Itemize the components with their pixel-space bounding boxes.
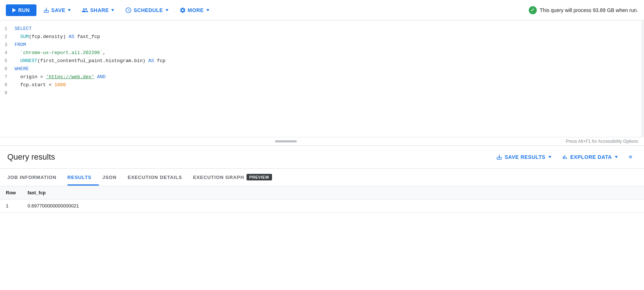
explore-data-label: EXPLORE DATA xyxy=(570,154,612,160)
play-icon xyxy=(12,8,16,12)
status-check-icon: ✓ xyxy=(529,6,537,14)
editor-container: 1 SELECT 2 SUM(fcp.density) AS fast_fcp … xyxy=(0,20,644,137)
line-number-7: 7 xyxy=(0,73,15,81)
line-content-6: WHERE xyxy=(15,65,644,73)
save-results-chevron-icon xyxy=(548,156,551,158)
editor-line-4: 4 `chrome-ux-report.all.202206`, xyxy=(0,49,644,57)
cell-empty-1 xyxy=(85,199,644,213)
editor-horizontal-scrollbar[interactable] xyxy=(275,140,297,142)
schedule-button[interactable]: SCHEDULE xyxy=(121,4,172,16)
more-label: MORE xyxy=(188,7,204,13)
cell-row-1: 1 xyxy=(0,199,22,213)
share-chevron-icon xyxy=(111,9,114,11)
more-button[interactable]: MORE xyxy=(175,4,214,16)
share-label: SHARE xyxy=(90,7,109,13)
sql-editor[interactable]: 1 SELECT 2 SUM(fcp.density) AS fast_fcp … xyxy=(0,20,644,137)
line-content-3: FROM xyxy=(15,41,644,49)
line-content-1: SELECT xyxy=(15,25,644,33)
tab-results[interactable]: RESULTS xyxy=(67,169,99,186)
save-chevron-icon xyxy=(68,9,71,11)
results-title: Query results xyxy=(7,152,55,162)
results-table-container: Row fast_fcp 1 0.697700000000000021 xyxy=(0,186,644,213)
share-icon xyxy=(82,7,88,14)
share-button[interactable]: SHARE xyxy=(77,4,119,16)
schedule-icon xyxy=(125,7,132,14)
accessibility-hint: Press Alt+F1 for Accessibility Options xyxy=(566,139,638,144)
editor-line-6: 6 WHERE xyxy=(0,65,644,73)
editor-line-3: 3 FROM xyxy=(0,41,644,49)
expand-button[interactable] xyxy=(624,152,637,163)
run-label: RUN xyxy=(18,7,30,13)
toolbar: RUN SAVE SHARE SCHEDULE MORE ✓ This quer… xyxy=(0,0,644,20)
col-row: Row xyxy=(0,186,22,199)
col-fast-fcp: fast_fcp xyxy=(22,186,85,199)
save-label: SAVE xyxy=(51,7,66,13)
editor-line-7: 7 origin = 'https://web.dev' AND xyxy=(0,73,644,81)
results-actions: SAVE RESULTS EXPLORE DATA xyxy=(492,151,637,163)
editor-line-8: 8 fcp.start < 1000 xyxy=(0,81,644,89)
editor-line-2: 2 SUM(fcp.density) AS fast_fcp xyxy=(0,33,644,41)
editor-line-1: 1 SELECT xyxy=(0,25,644,33)
tabs-bar: JOB INFORMATION RESULTS JSON EXECUTION D… xyxy=(0,169,644,186)
status-text: This query will process 93.89 GB when ru… xyxy=(540,7,638,13)
line-number-2: 2 xyxy=(0,33,15,41)
line-number-6: 6 xyxy=(0,65,15,73)
results-header: Query results SAVE RESULTS EXPLORE DATA xyxy=(0,146,644,169)
status-message: ✓ This query will process 93.89 GB when … xyxy=(529,6,638,14)
cell-fast-fcp-1: 0.697700000000000021 xyxy=(22,199,85,213)
editor-line-9: 9 xyxy=(0,89,644,97)
expand-icon xyxy=(627,153,634,160)
line-number-9: 9 xyxy=(0,89,15,97)
save-results-button[interactable]: SAVE RESULTS xyxy=(492,151,555,163)
tab-json[interactable]: JSON xyxy=(102,169,124,186)
download-icon xyxy=(496,154,503,160)
results-table: Row fast_fcp 1 0.697700000000000021 xyxy=(0,186,644,213)
line-number-8: 8 xyxy=(0,81,15,89)
line-number-4: 4 xyxy=(0,49,15,57)
editor-right-scrollbar[interactable] xyxy=(641,20,644,137)
line-content-4: `chrome-ux-report.all.202206`, xyxy=(15,49,644,57)
line-number-1: 1 xyxy=(0,25,15,33)
save-results-label: SAVE RESULTS xyxy=(505,154,546,160)
line-content-5: UNNEST(first_contentful_paint.histogram.… xyxy=(15,57,644,65)
col-empty xyxy=(85,186,644,199)
gear-icon xyxy=(179,7,186,14)
line-content-7: origin = 'https://web.dev' AND xyxy=(15,73,644,81)
tab-execution-details[interactable]: EXECUTION DETAILS xyxy=(128,169,190,186)
more-chevron-icon xyxy=(206,9,209,11)
line-number-3: 3 xyxy=(0,41,15,49)
tab-execution-graph[interactable]: EXECUTION GRAPH PREVIEW xyxy=(193,169,279,186)
explore-data-chevron-icon xyxy=(615,156,618,158)
line-content-2: SUM(fcp.density) AS fast_fcp xyxy=(15,33,644,41)
table-header-row: Row fast_fcp xyxy=(0,186,644,199)
save-icon xyxy=(43,7,50,14)
editor-line-5: 5 UNNEST(first_contentful_paint.histogra… xyxy=(0,57,644,65)
explore-data-button[interactable]: EXPLORE DATA xyxy=(558,151,621,163)
save-button[interactable]: SAVE xyxy=(39,4,75,16)
editor-lines: 1 SELECT 2 SUM(fcp.density) AS fast_fcp … xyxy=(0,25,644,97)
schedule-label: SCHEDULE xyxy=(133,7,163,13)
schedule-chevron-icon xyxy=(166,9,168,11)
preview-badge: PREVIEW xyxy=(247,174,272,180)
tab-job-information[interactable]: JOB INFORMATION xyxy=(7,169,64,186)
run-button[interactable]: RUN xyxy=(6,4,36,16)
chart-icon xyxy=(562,154,568,160)
line-content-8: fcp.start < 1000 xyxy=(15,81,644,89)
table-row: 1 0.697700000000000021 xyxy=(0,199,644,213)
line-number-5: 5 xyxy=(0,57,15,65)
